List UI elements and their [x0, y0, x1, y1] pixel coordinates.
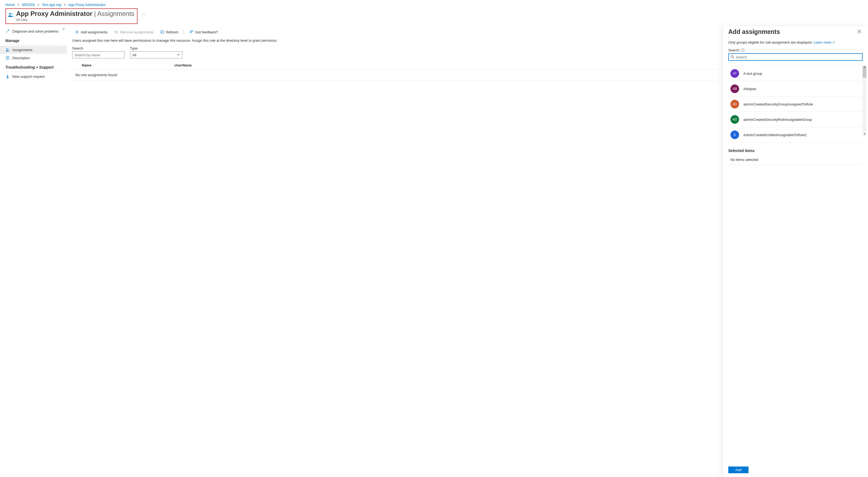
collapse-sidebar-icon[interactable]: « [62, 27, 65, 31]
panel-search-box[interactable] [728, 53, 863, 61]
selected-items-header: Selected items [728, 149, 863, 153]
type-select[interactable]: All [130, 52, 183, 58]
sidebar-item-label: New support request [12, 74, 45, 78]
result-item[interactable]: ADadminCreatedSecurityRoleAssignableGrou… [728, 112, 863, 127]
close-button[interactable] [856, 28, 863, 36]
svg-point-16 [731, 56, 733, 58]
result-item[interactable]: AAdminCreatedUnifiedAssignableToRole2 [728, 127, 863, 142]
breadcrumb-item-msods[interactable]: MSODS [22, 3, 35, 7]
chevron-down-icon [177, 53, 180, 57]
support-icon [5, 74, 10, 78]
svg-point-3 [8, 49, 9, 50]
column-username: UserName [175, 63, 717, 67]
feedback-button[interactable]: Got feedback? [187, 29, 221, 35]
svg-point-13 [190, 31, 191, 32]
wrench-icon [5, 29, 10, 33]
breadcrumb: Home > MSODS > Test app reg > App Proxy … [0, 0, 868, 8]
type-label: Type [130, 46, 183, 50]
result-item[interactable]: ABAbhijeet [728, 81, 863, 97]
avatar: AD [731, 115, 739, 124]
toolbar-label: Refresh [166, 30, 179, 34]
sidebar-section-manage: Manage [5, 35, 61, 45]
sidebar-item-label: Description [12, 56, 30, 60]
learn-more-link[interactable]: Learn more↗ [814, 40, 835, 44]
svg-line-17 [733, 57, 734, 58]
avatar: AB [731, 85, 739, 93]
add-button[interactable]: Add [728, 467, 748, 473]
refresh-button[interactable]: Refresh [157, 29, 181, 35]
more-button[interactable]: ··· [142, 12, 147, 17]
sidebar: « Diagnose and solve problems Manage Ass… [0, 26, 67, 477]
result-name: A test group [743, 71, 762, 75]
panel-title: Add assignments [728, 28, 780, 35]
remove-assignments-button: Remove assignments [112, 29, 156, 35]
search-icon [731, 55, 734, 60]
sidebar-item-label: Diagnose and solve problems [12, 29, 58, 33]
page-subtitle: All roles [16, 18, 134, 22]
result-name: AdminCreatedUnifiedAssignableToRole2 [743, 133, 807, 137]
panel-search-label: Search i [728, 48, 863, 52]
panel-info-label: Only groups eligible for role assignment… [728, 40, 812, 44]
svg-point-8 [7, 75, 8, 77]
no-items-selected: No items selected [728, 155, 863, 165]
info-icon[interactable]: i [741, 49, 744, 52]
avatar: A [731, 130, 739, 139]
table-header: Name UserName [72, 61, 717, 70]
toolbar: Add assignments Remove assignments Refre… [72, 26, 717, 38]
chevron-right-icon: > [37, 3, 39, 7]
avatar: AD [731, 100, 739, 108]
people-icon [5, 47, 10, 52]
search-label: Search [72, 46, 125, 50]
add-assignments-button[interactable]: Add assignments [72, 29, 110, 35]
chevron-right-icon: > [17, 3, 20, 7]
plus-icon [75, 30, 79, 34]
sidebar-section-troubleshoot: Troubleshooting + Support [5, 62, 61, 71]
scroll-up-icon[interactable]: ▲ [863, 66, 866, 68]
panel-search-label-text: Search [728, 48, 739, 52]
result-name: Abhijeet [743, 87, 756, 91]
external-link-icon: ↗ [832, 41, 835, 44]
column-name: Name [72, 63, 175, 67]
sidebar-item-description[interactable]: Description [0, 54, 67, 62]
sidebar-item-diagnose[interactable]: Diagnose and solve problems [0, 27, 67, 35]
result-item[interactable]: ADadminCreatedSecurityGroupAssignedToRol… [728, 97, 863, 112]
result-name: adminCreatedSecurityGroupAssignedToRole [743, 102, 813, 106]
breadcrumb-item-home[interactable]: Home [5, 3, 15, 7]
chevron-right-icon: > [64, 3, 66, 7]
result-item[interactable]: ATA test group [728, 66, 863, 81]
page-title-box: App Proxy Administrator | Assignments Al… [5, 8, 137, 24]
breadcrumb-item-approle[interactable]: App Proxy Administrator [68, 3, 105, 7]
sidebar-item-assignments[interactable]: Assignments [0, 46, 67, 54]
toolbar-separator [184, 29, 184, 35]
breadcrumb-item-testappreg[interactable]: Test app reg [42, 3, 61, 7]
close-icon [857, 29, 862, 35]
description-text: Users assigned this role here will have … [72, 38, 717, 42]
page-title: App Proxy Administrator | Assignments [16, 10, 134, 18]
people-icon [7, 11, 14, 19]
panel-info-text: Only groups eligible for role assignment… [728, 40, 863, 44]
toolbar-label: Add assignments [81, 30, 108, 34]
sidebar-item-label: Assignments [12, 48, 32, 52]
panel-search-input[interactable] [736, 55, 861, 59]
avatar: AT [731, 69, 739, 78]
table-empty-row: No role assignments found [72, 70, 717, 81]
feedback-icon [189, 30, 193, 34]
svg-point-0 [9, 13, 11, 14]
scroll-down-icon[interactable]: ▼ [863, 133, 866, 135]
sidebar-item-new-support[interactable]: New support request [0, 72, 67, 81]
x-icon [114, 30, 118, 34]
type-value: All [132, 53, 136, 57]
result-name: adminCreatedSecurityRoleAssignableGroup [743, 118, 812, 122]
search-input[interactable] [72, 52, 125, 58]
page-title-main: App Proxy Administrator [16, 10, 92, 17]
document-icon [5, 56, 10, 60]
svg-point-2 [6, 49, 7, 50]
page-title-suffix: Assignments [97, 10, 134, 17]
result-list: ATA test groupABAbhijeetADadminCreatedSe… [728, 66, 863, 142]
add-assignments-panel: Add assignments Only groups eligible for… [723, 26, 868, 477]
refresh-icon [160, 30, 164, 34]
learn-more-label: Learn more [814, 40, 831, 44]
toolbar-label: Remove assignments [120, 30, 154, 34]
toolbar-label: Got feedback? [195, 30, 218, 34]
svg-point-1 [11, 13, 13, 14]
